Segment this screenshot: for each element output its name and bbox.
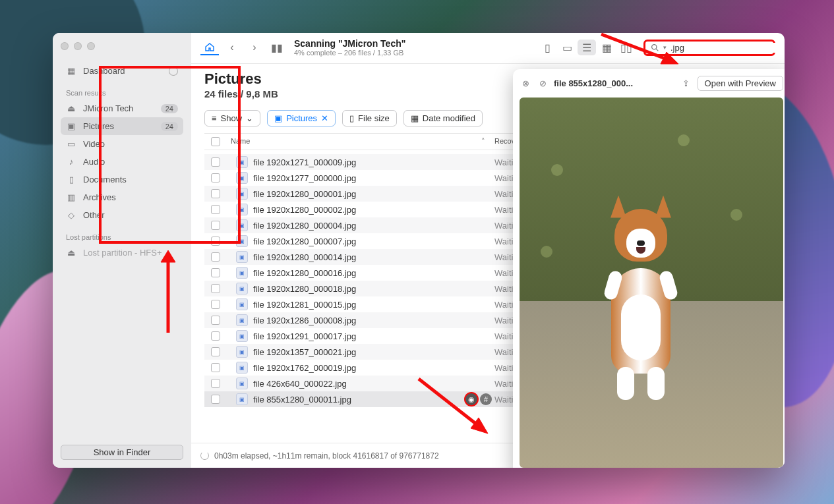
- back-icon[interactable]: ‹: [223, 40, 241, 55]
- preview-header: ⊗ ⊘ file 855x1280_000... ⇪ Open with Pre…: [520, 76, 783, 91]
- show-in-finder-button[interactable]: Show in Finder: [61, 445, 183, 460]
- sidebar-label: Audio: [83, 157, 105, 167]
- jpg-file-icon: ▣: [236, 156, 248, 168]
- sidebar-item-jmicron[interactable]: ⏏ JMicron Tech 24: [61, 99, 183, 117]
- sidebar-item-audio[interactable]: ♪ Audio: [61, 153, 183, 171]
- row-checkbox[interactable]: [204, 157, 227, 167]
- column-view-icon[interactable]: ▯▯: [617, 40, 636, 55]
- folder-icon[interactable]: ▭: [558, 40, 576, 55]
- close-preview-icon[interactable]: ⊗: [520, 78, 531, 90]
- drive-icon: ⏏: [66, 103, 76, 113]
- sidebar-scan-header: Scan results: [66, 89, 178, 97]
- home-icon[interactable]: [200, 40, 219, 55]
- search-box[interactable]: ▾ ✕: [643, 40, 775, 56]
- file-name-cell: ▣file 426x640_000022.jpg: [227, 378, 464, 389]
- file-name-cell: ▣file 1920x1280_000016.jpg: [227, 267, 464, 279]
- sidebar-label: Other: [83, 210, 105, 220]
- grid-view-icon[interactable]: ▦: [597, 40, 616, 55]
- file-name-cell: ▣file 1920x1280_000014.jpg: [227, 251, 464, 263]
- remove-filter-icon[interactable]: ✕: [321, 113, 328, 123]
- preview-eye-icon[interactable]: ◉: [465, 393, 477, 405]
- row-checkbox[interactable]: [204, 173, 227, 182]
- date-modified-filter[interactable]: ▦ Date modified: [403, 110, 483, 126]
- window-controls[interactable]: [61, 42, 183, 50]
- preview-filename: file 855x1280_000...: [554, 78, 675, 88]
- search-icon: [651, 43, 659, 52]
- show-filter[interactable]: ≡ Show ⌄: [204, 110, 260, 126]
- close-dot[interactable]: [61, 42, 69, 50]
- row-checkbox[interactable]: [204, 252, 227, 262]
- drive-icon: ⏏: [66, 248, 76, 258]
- search-input[interactable]: [670, 43, 781, 53]
- row-checkbox[interactable]: [204, 316, 227, 325]
- name-column-header[interactable]: Name: [227, 137, 481, 146]
- share-icon[interactable]: ⇪: [680, 78, 692, 90]
- file-size-filter[interactable]: ▯ File size: [342, 110, 397, 126]
- spinner-icon: [169, 67, 178, 76]
- minimize-dot[interactable]: [74, 42, 82, 50]
- hex-icon[interactable]: #: [480, 393, 492, 405]
- document-icon: ▯: [349, 113, 354, 123]
- sidebar-dashboard[interactable]: ▦ Dashboard: [61, 62, 183, 80]
- chevron-down-icon: ⌄: [246, 113, 253, 123]
- sidebar-item-other[interactable]: ◇ Other: [61, 206, 183, 224]
- jpg-file-icon: ▣: [236, 378, 248, 389]
- row-checkbox[interactable]: [204, 363, 227, 372]
- row-checkbox[interactable]: [204, 268, 227, 277]
- image-icon: ▣: [274, 113, 282, 123]
- jpg-file-icon: ▣: [236, 251, 248, 263]
- row-checkbox[interactable]: [204, 284, 227, 293]
- audio-icon: ♪: [66, 157, 76, 167]
- row-checkbox[interactable]: [204, 205, 227, 214]
- sidebar-item-documents[interactable]: ▯ Documents: [61, 171, 183, 188]
- row-checkbox[interactable]: [204, 347, 227, 356]
- other-icon: ◇: [66, 210, 76, 220]
- forward-icon[interactable]: ›: [245, 40, 264, 55]
- file-name-cell: ▣file 1920x1280_000007.jpg: [227, 235, 464, 247]
- zoom-dot[interactable]: [87, 42, 95, 50]
- sort-icon[interactable]: ˄: [481, 137, 494, 146]
- footer-status: 0h03m elapsed, ~1h11m remain, block 4161…: [214, 451, 439, 461]
- document-icon[interactable]: ▯: [538, 40, 556, 55]
- jpg-file-icon: ▣: [236, 267, 248, 279]
- jpg-file-icon: ▣: [236, 204, 248, 215]
- row-checkbox[interactable]: [204, 300, 227, 309]
- toolbar-subtitle: 4% complete – 206 files / 1,33 GB: [294, 49, 405, 57]
- sidebar-item-video[interactable]: ▭ Video: [61, 135, 183, 153]
- list-view-icon[interactable]: ☰: [578, 40, 596, 55]
- open-with-preview-button[interactable]: Open with Preview: [698, 76, 783, 91]
- calendar-icon: ▦: [411, 113, 419, 123]
- sidebar-item-pictures[interactable]: ▣ Pictures 24: [61, 117, 183, 135]
- file-name-cell: ▣file 1920x1280_000004.jpg: [227, 219, 464, 231]
- row-checkbox[interactable]: [204, 221, 227, 230]
- jpg-file-icon: ▣: [236, 219, 248, 231]
- preview-panel: ⊗ ⊘ file 855x1280_000... ⇪ Open with Pre…: [513, 69, 785, 468]
- dashboard-icon: ▦: [66, 66, 76, 76]
- file-name-cell: ▣file 1920x1357_000021.jpg: [227, 346, 464, 358]
- file-name-cell: ▣file 855x1280_000011.jpg: [227, 393, 464, 405]
- row-checkbox[interactable]: [204, 379, 227, 388]
- block-icon[interactable]: ⊘: [537, 78, 549, 90]
- archive-icon: ▥: [66, 192, 76, 202]
- select-all-checkbox[interactable]: [204, 137, 227, 146]
- sidebar-label: Archives: [83, 192, 116, 202]
- svg-point-0: [652, 44, 657, 49]
- video-icon: ▭: [66, 139, 76, 149]
- row-checkbox[interactable]: [204, 189, 227, 198]
- sidebar-item-archives[interactable]: ▥ Archives: [61, 188, 183, 206]
- file-name-cell: ▣file 1920x1762_000019.jpg: [227, 362, 464, 374]
- svg-line-1: [656, 49, 658, 51]
- filter-icon: ≡: [212, 113, 217, 123]
- pictures-filter-chip[interactable]: ▣ Pictures ✕: [267, 110, 336, 126]
- row-checkbox[interactable]: [204, 395, 227, 404]
- sidebar-dashboard-label: Dashboard: [83, 66, 125, 76]
- toolbar: ‹ › ▮▮ Scanning "JMicron Tech" 4% comple…: [191, 33, 785, 64]
- jpg-file-icon: ▣: [236, 298, 248, 310]
- sidebar-item-lost-partition[interactable]: ⏏ Lost partition - HFS+: [61, 244, 183, 262]
- row-checkbox[interactable]: [204, 331, 227, 341]
- jpg-file-icon: ▣: [236, 362, 248, 374]
- toolbar-title: Scanning "JMicron Tech": [294, 38, 405, 49]
- pause-icon[interactable]: ▮▮: [268, 40, 286, 55]
- row-checkbox[interactable]: [204, 237, 227, 246]
- chevron-down-icon[interactable]: ▾: [663, 44, 667, 51]
